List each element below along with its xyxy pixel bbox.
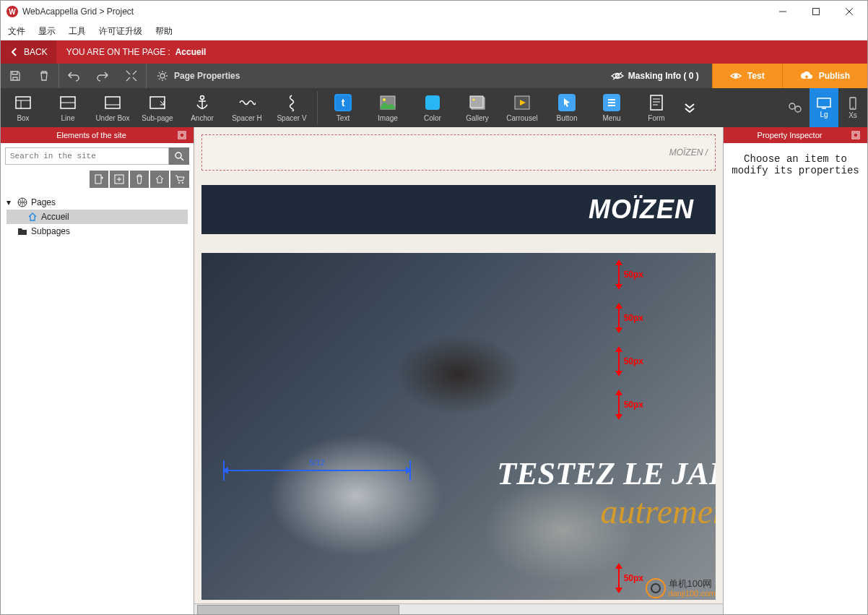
tool-color[interactable]: Color [410, 88, 455, 127]
publish-button[interactable]: Publish [782, 64, 867, 88]
canvas-scroll[interactable]: MOÏZEN / MOÏZEN TESTEZ LE JAF autremen 5… [194, 127, 723, 603]
svg-rect-39 [817, 98, 830, 107]
collapse-button[interactable] [117, 64, 146, 88]
masking-label: Masking Info ( 0 ) [628, 71, 699, 81]
tool-text[interactable]: tText [321, 88, 365, 127]
tree-pages[interactable]: ▾ Pages [6, 195, 188, 210]
svg-text:t: t [342, 97, 345, 108]
spacing-guide-1: 50px [618, 260, 643, 289]
svg-point-37 [789, 103, 795, 109]
tool-gallery[interactable]: Gallery [455, 88, 500, 127]
spacing-guide-5: 50px [618, 564, 643, 593]
device-lg-button[interactable]: Lg [810, 88, 838, 127]
svg-rect-1 [813, 9, 820, 15]
home-icon [27, 211, 38, 223]
trash-button[interactable] [130, 171, 149, 188]
add-element-button[interactable] [110, 171, 129, 188]
svg-point-4 [160, 74, 165, 78]
tool-line[interactable]: Line [45, 88, 90, 127]
elements-panel-header: Elements of the site [1, 127, 194, 143]
chevron-down-icon: ▾ [6, 197, 14, 207]
menu-license[interactable]: 许可证升级 [99, 25, 142, 38]
tool-button[interactable]: Button [544, 88, 589, 127]
add-page-button[interactable] [90, 171, 108, 188]
spacing-guide-2: 50px [618, 304, 643, 332]
tree-subpages[interactable]: Subpages [6, 224, 188, 238]
close-button[interactable] [833, 1, 866, 22]
page-properties-button[interactable]: Page Properties [147, 64, 250, 88]
cart-button[interactable] [170, 171, 189, 188]
tree-pages-label: Pages [31, 197, 56, 207]
tool-more[interactable] [679, 88, 700, 127]
save-button[interactable] [1, 64, 30, 88]
tool-carrousel[interactable]: Carrousel [500, 88, 544, 127]
back-button[interactable]: BACK [1, 40, 56, 64]
publish-label: Publish [819, 71, 850, 81]
svg-rect-13 [105, 97, 120, 108]
left-panel: Elements of the site ▾ Pages Accueil [1, 127, 194, 615]
svg-point-49 [178, 182, 180, 184]
tool-anchor[interactable]: Anchor [180, 88, 225, 127]
svg-rect-8 [16, 97, 30, 108]
horizontal-scrollbar[interactable] [194, 603, 723, 615]
tree-subpages-label: Subpages [31, 226, 70, 236]
canvas-hero[interactable]: TESTEZ LE JAF autremen 50px 50px 50px 50… [201, 253, 716, 600]
site-tree: ▾ Pages Accueil Subpages [1, 192, 194, 615]
eye-icon [730, 70, 742, 82]
svg-point-45 [175, 152, 181, 158]
width-guide: 5/12 [223, 470, 411, 471]
search-input[interactable] [5, 147, 169, 165]
masking-info[interactable]: Masking Info ( 0 ) [598, 64, 712, 88]
svg-point-42 [852, 107, 854, 108]
menu-file[interactable]: 文件 [8, 25, 25, 38]
page-prefix: YOU ARE ON THE PAGE : [66, 47, 170, 57]
folder-icon [17, 225, 28, 237]
tool-form[interactable]: Form [634, 88, 679, 127]
globe-icon [17, 197, 28, 208]
tool-spacer-v[interactable]: Spacer V [269, 88, 314, 127]
canvas-brand-text: MOÏZEN [589, 194, 694, 225]
app-logo-icon: W [6, 6, 18, 17]
gear-icon [157, 70, 168, 82]
menu-tools[interactable]: 工具 [69, 25, 86, 38]
tool-image[interactable]: Image [365, 88, 410, 127]
canvas-brand-band[interactable]: MOÏZEN [201, 185, 716, 234]
toolbar-tools: Box Line Under Box Sub-page Anchor Space… [1, 88, 867, 127]
tool-subpage[interactable]: Sub-page [135, 88, 180, 127]
tool-underbox[interactable]: Under Box [90, 88, 135, 127]
search-button[interactable] [169, 147, 189, 165]
tool-spacer-h[interactable]: Spacer H [225, 88, 269, 127]
tool-box[interactable]: Box [1, 88, 45, 127]
svg-point-7 [734, 74, 737, 78]
panel-popout-icon[interactable] [850, 129, 862, 141]
page-info: YOU ARE ON THE PAGE : Accueil [66, 47, 207, 57]
minimize-button[interactable] [766, 1, 799, 22]
test-label: Test [747, 71, 765, 81]
maximize-button[interactable] [799, 1, 833, 22]
menu-help[interactable]: 帮助 [155, 25, 173, 38]
svg-rect-44 [180, 133, 184, 137]
tree-item-accueil[interactable]: Accueil [6, 210, 188, 224]
device-xs-button[interactable]: Xs [838, 88, 867, 127]
undo-button[interactable] [59, 64, 88, 88]
inspector-header: Property Inspector [724, 127, 867, 143]
property-inspector: Property Inspector Choose an item to mod… [723, 127, 867, 615]
svg-line-46 [181, 158, 183, 160]
menu-show[interactable]: 显示 [38, 25, 56, 38]
menubar: 文件 显示 工具 许可证升级 帮助 [1, 22, 867, 40]
canvas-breadcrumb-strip[interactable]: MOÏZEN / [201, 134, 716, 171]
home-button[interactable] [150, 171, 169, 188]
panel-popout-icon[interactable] [176, 129, 188, 141]
tool-menu[interactable]: Menu [589, 88, 634, 127]
spacing-guide-3: 50px [618, 347, 643, 376]
hero-heading: TESTEZ LE JAF [497, 455, 716, 492]
settings-icon-button[interactable] [781, 88, 810, 127]
redo-button[interactable] [88, 64, 117, 88]
svg-point-16 [201, 95, 204, 99]
back-label: BACK [24, 47, 48, 57]
svg-point-22 [383, 98, 386, 101]
svg-rect-47 [95, 175, 101, 184]
test-button[interactable]: Test [712, 64, 782, 88]
tree-accueil-label: Accueil [41, 212, 69, 222]
delete-button[interactable] [30, 64, 58, 88]
